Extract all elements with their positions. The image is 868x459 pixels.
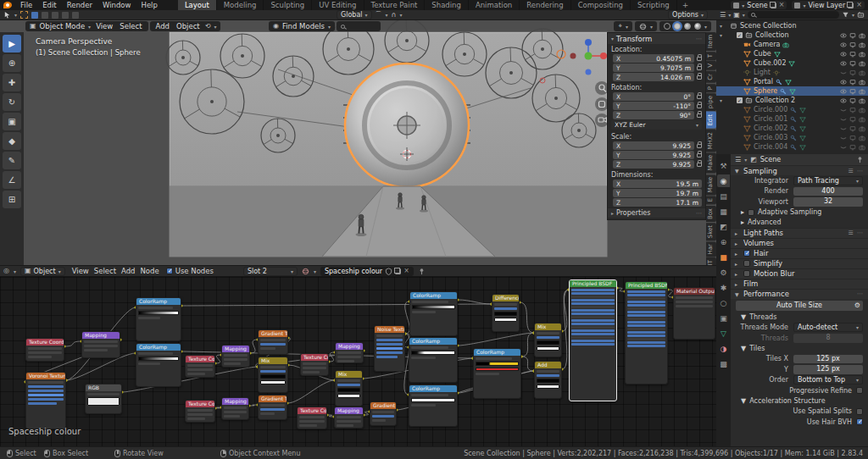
options-dropdown[interactable]: Options ▾ xyxy=(668,10,708,19)
cam-icon[interactable] xyxy=(859,125,865,132)
sidebar-tab-mhx2[interactable]: MHX2 xyxy=(706,130,716,152)
sidebar-tab-v[interactable]: V xyxy=(706,61,716,70)
hair-bvh-checkbox[interactable] xyxy=(856,418,863,425)
lock-icon[interactable] xyxy=(697,66,702,70)
collection-checkbox[interactable]: ✓ xyxy=(737,32,743,38)
shading-rendered-button[interactable] xyxy=(694,23,701,30)
eye-closed-icon[interactable] xyxy=(840,69,847,76)
active-tool-icon[interactable] xyxy=(3,11,11,19)
dimensions-y-field[interactable]: Y19.7 m xyxy=(613,189,702,197)
integrator-dropdown[interactable]: Path Tracing▾ xyxy=(793,176,863,185)
motion-blur-checkbox[interactable] xyxy=(743,270,750,277)
menu-object[interactable]: Object xyxy=(175,22,202,30)
eye-icon[interactable] xyxy=(840,97,847,104)
select-mode-extend[interactable] xyxy=(42,12,48,19)
blender-logo-icon[interactable] xyxy=(3,2,12,8)
node-mix[interactable]: Mix xyxy=(258,357,288,393)
panel-acceleration-structure[interactable]: ▼ Acceleration Structure xyxy=(731,396,868,406)
mode-dropdown[interactable]: ▣ Object Mode ▾ View Select xyxy=(25,21,148,31)
cam-icon[interactable] xyxy=(859,79,865,86)
outliner-row-portal[interactable]: Portal xyxy=(716,77,868,86)
simplify-checkbox[interactable] xyxy=(743,260,750,267)
eye-closed-icon[interactable] xyxy=(840,116,847,123)
node-principled-bsdf[interactable]: Principled BSDF xyxy=(569,279,617,401)
lock-icon[interactable] xyxy=(697,163,702,167)
lock-icon[interactable] xyxy=(697,57,702,61)
workspace-tab-sculpting[interactable]: Sculpting xyxy=(264,0,312,10)
rotation-x-field[interactable]: X0° xyxy=(613,92,694,101)
pin-icon[interactable] xyxy=(418,268,426,275)
outliner-row-sphere[interactable]: Sphere xyxy=(716,86,868,96)
node-mix[interactable]: Mix xyxy=(534,323,562,357)
monitor-icon[interactable] xyxy=(849,69,856,76)
lock-icon[interactable] xyxy=(697,75,702,80)
cam-icon[interactable] xyxy=(859,69,865,76)
sidebar-tab-har[interactable]: Har xyxy=(706,241,716,257)
material-slot-dropdown[interactable]: Slot 2 ▾ xyxy=(243,267,298,276)
sidebar-tab-edit[interactable]: Edit xyxy=(706,112,716,129)
use-nodes-toggle[interactable]: Use Nodes xyxy=(166,267,214,275)
workspace-tab-shading[interactable]: Shading xyxy=(425,0,469,10)
panel-hair[interactable]: ▸Hair xyxy=(731,248,868,258)
node-gradient-texture[interactable]: Gradient Texture xyxy=(258,395,287,420)
properties-tab-output[interactable]: ▤ xyxy=(717,190,730,202)
rotation-y-field[interactable]: Y-110° xyxy=(613,102,694,110)
properties-tab-particles[interactable]: ✱ xyxy=(717,281,730,294)
tool-annotate[interactable]: ✎ xyxy=(3,152,21,169)
node-colorramp[interactable]: ColorRamp xyxy=(136,297,181,341)
proportional-editing-icon[interactable]: ∩ xyxy=(392,11,397,19)
shader-type-dropdown[interactable]: ▣ Object ▾ xyxy=(20,267,65,276)
sidebar-tab-make[interactable]: Make xyxy=(706,174,716,195)
close-icon[interactable]: × xyxy=(856,2,862,8)
cam-icon[interactable] xyxy=(859,116,865,123)
properties-tab-constraints[interactable]: ▣ xyxy=(717,312,730,324)
shader-node-editor[interactable]: Texture CoordinateMappingVoronoi Texture… xyxy=(0,277,716,446)
properties-tab-world[interactable]: ⊕ xyxy=(717,235,730,248)
transform-orientation-dropdown[interactable]: Global ▾ xyxy=(337,10,372,19)
tiles-x-field[interactable]: 125 px xyxy=(793,355,863,364)
cam-icon[interactable] xyxy=(859,97,865,104)
cam-icon[interactable] xyxy=(859,51,865,58)
rotation-z-field[interactable]: Z90° xyxy=(613,111,694,119)
properties-tab-view-layer[interactable]: ▦ xyxy=(717,205,730,218)
panel-performance[interactable]: ▼ Performance ⋯ xyxy=(731,289,868,299)
monitor-icon[interactable] xyxy=(849,107,856,113)
node-voronoi-texture[interactable]: Voronoi Texture xyxy=(25,372,66,429)
node-colorramp[interactable]: ColorRamp xyxy=(409,337,458,383)
outliner-display-mode-icon[interactable]: ☰ xyxy=(720,11,726,19)
sidebar-tab-e[interactable]: E xyxy=(706,196,716,204)
outliner-row-circle-001[interactable]: Circle.001 xyxy=(716,114,868,124)
node-texture-coordinate[interactable]: Texture Coordinate xyxy=(185,355,215,378)
node-mapping[interactable]: Mapping xyxy=(221,397,249,420)
pin-icon[interactable] xyxy=(856,156,864,163)
preset-icons[interactable]: ☰ ⋯ xyxy=(848,230,864,236)
node-mapping[interactable]: Mapping xyxy=(335,342,364,363)
workspace-tab-modeling[interactable]: Modeling xyxy=(217,0,264,10)
gear-icon[interactable]: ⚙ xyxy=(854,301,860,309)
panel-light-paths[interactable]: ▸Light Paths☰ ⋯ xyxy=(731,228,868,238)
monitor-icon[interactable] xyxy=(849,60,856,67)
tool-cursor[interactable]: ⊕ xyxy=(3,54,21,72)
expander-icon[interactable]: ▾ xyxy=(720,97,725,103)
properties-tab-material[interactable]: ◑ xyxy=(717,342,730,355)
shader-menu-select[interactable]: Select xyxy=(92,267,119,275)
outliner-row-cube[interactable]: Cube xyxy=(716,49,868,58)
panel-tiles[interactable]: ▼ Tiles xyxy=(731,344,868,354)
tiles-y-field[interactable]: 125 px xyxy=(793,365,863,374)
lock-icon[interactable] xyxy=(697,104,702,108)
outliner-row-circle-004[interactable]: Circle.004 xyxy=(716,142,868,152)
node-gradient-texture[interactable]: Gradient Texture xyxy=(370,401,397,426)
outliner-row-circle-000[interactable]: Circle.000 xyxy=(716,105,868,114)
workspace-tab-rendering[interactable]: Rendering xyxy=(520,0,570,10)
eye-icon[interactable] xyxy=(840,79,847,86)
tool-measure[interactable]: ∠ xyxy=(3,171,21,189)
outliner-row-cube-002[interactable]: Cube.002 xyxy=(716,58,868,68)
eye-icon[interactable] xyxy=(840,32,847,39)
sidebar-tab-make[interactable]: Make xyxy=(706,152,716,173)
order-dropdown[interactable]: Bottom to Top▾ xyxy=(793,375,863,384)
eye-closed-icon[interactable] xyxy=(840,107,847,113)
scale-y-field[interactable]: Y9.925 xyxy=(613,151,694,159)
eye-icon[interactable] xyxy=(840,88,847,95)
properties-tab-physics[interactable]: ○ xyxy=(717,296,730,309)
find-models-dropdown[interactable]: ◉ Find Models ▾ xyxy=(269,21,335,31)
